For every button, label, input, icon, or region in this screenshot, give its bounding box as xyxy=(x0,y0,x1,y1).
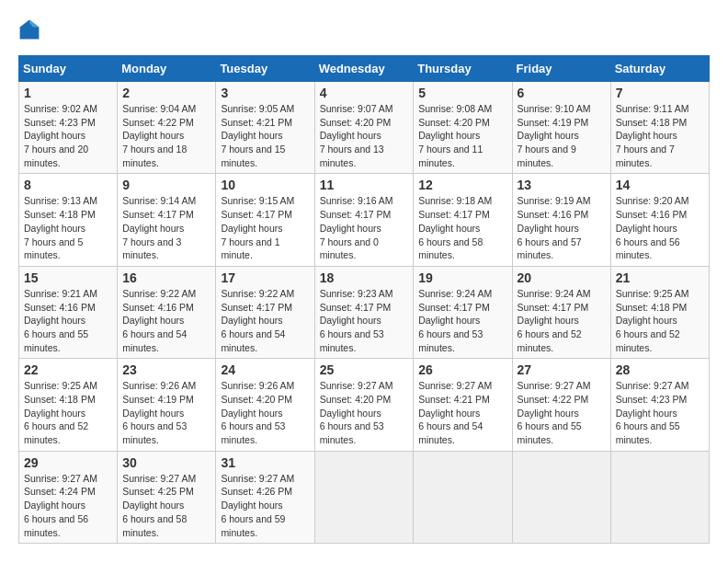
calendar-cell: 24 Sunrise: 9:26 AMSunset: 4:20 PMDaylig… xyxy=(216,359,314,451)
calendar-cell: 1 Sunrise: 9:02 AMSunset: 4:23 PMDayligh… xyxy=(19,82,118,174)
cell-date: 21 xyxy=(616,270,704,285)
cell-date: 25 xyxy=(320,362,409,377)
cell-date: 20 xyxy=(518,270,606,285)
calendar-cell: 29 Sunrise: 9:27 AMSunset: 4:24 PMDaylig… xyxy=(19,451,118,543)
calendar-cell: 16 Sunrise: 9:22 AMSunset: 4:16 PMDaylig… xyxy=(118,266,216,358)
cell-date: 24 xyxy=(221,362,309,377)
cell-date: 19 xyxy=(418,270,506,285)
cell-date: 3 xyxy=(221,86,309,100)
calendar-cell: 18 Sunrise: 9:23 AMSunset: 4:17 PMDaylig… xyxy=(314,266,414,358)
calendar-cell: 19 Sunrise: 9:24 AMSunset: 4:17 PMDaylig… xyxy=(414,266,512,358)
calendar-cell: 5 Sunrise: 9:08 AMSunset: 4:20 PMDayligh… xyxy=(414,82,512,174)
cell-date: 31 xyxy=(221,455,309,470)
cell-info: Sunrise: 9:27 AMSunset: 4:22 PMDaylight … xyxy=(518,380,591,445)
cell-date: 8 xyxy=(24,178,112,192)
cell-date: 18 xyxy=(320,270,409,285)
cell-info: Sunrise: 9:23 AMSunset: 4:17 PMDaylight … xyxy=(320,288,393,353)
calendar-cell: 14 Sunrise: 9:20 AMSunset: 4:16 PMDaylig… xyxy=(610,174,709,266)
cell-info: Sunrise: 9:25 AMSunset: 4:18 PMDaylight … xyxy=(616,288,689,353)
cell-info: Sunrise: 9:27 AMSunset: 4:25 PMDaylight … xyxy=(122,473,196,538)
cell-info: Sunrise: 9:04 AMSunset: 4:22 PMDaylight … xyxy=(122,103,196,168)
week-row-2: 8 Sunrise: 9:13 AMSunset: 4:18 PMDayligh… xyxy=(19,174,710,266)
calendar-cell: 21 Sunrise: 9:25 AMSunset: 4:18 PMDaylig… xyxy=(610,266,709,358)
cell-info: Sunrise: 9:27 AMSunset: 4:20 PMDaylight … xyxy=(320,380,393,445)
calendar-cell xyxy=(512,451,610,543)
calendar-cell: 6 Sunrise: 9:10 AMSunset: 4:19 PMDayligh… xyxy=(512,82,610,174)
day-header-tuesday: Tuesday xyxy=(216,56,314,82)
logo xyxy=(18,18,48,40)
cell-info: Sunrise: 9:24 AMSunset: 4:17 PMDaylight … xyxy=(518,288,591,353)
calendar-cell xyxy=(610,451,709,543)
calendar-cell: 27 Sunrise: 9:27 AMSunset: 4:22 PMDaylig… xyxy=(512,359,610,451)
cell-date: 23 xyxy=(122,362,210,377)
calendar-cell xyxy=(414,451,512,543)
calendar-cell: 20 Sunrise: 9:24 AMSunset: 4:17 PMDaylig… xyxy=(512,266,610,358)
week-row-5: 29 Sunrise: 9:27 AMSunset: 4:24 PMDaylig… xyxy=(19,451,710,543)
cell-info: Sunrise: 9:26 AMSunset: 4:20 PMDaylight … xyxy=(221,380,294,445)
calendar-cell: 9 Sunrise: 9:14 AMSunset: 4:17 PMDayligh… xyxy=(118,174,216,266)
cell-date: 12 xyxy=(418,178,506,192)
cell-date: 15 xyxy=(24,270,112,285)
calendar-cell: 8 Sunrise: 9:13 AMSunset: 4:18 PMDayligh… xyxy=(19,174,118,266)
week-row-4: 22 Sunrise: 9:25 AMSunset: 4:18 PMDaylig… xyxy=(19,359,710,451)
cell-info: Sunrise: 9:15 AMSunset: 4:17 PMDaylight … xyxy=(221,195,294,260)
week-row-3: 15 Sunrise: 9:21 AMSunset: 4:16 PMDaylig… xyxy=(19,266,710,358)
calendar-cell: 30 Sunrise: 9:27 AMSunset: 4:25 PMDaylig… xyxy=(118,451,216,543)
cell-info: Sunrise: 9:27 AMSunset: 4:21 PMDaylight … xyxy=(418,380,492,445)
day-header-saturday: Saturday xyxy=(610,56,709,82)
cell-date: 4 xyxy=(320,86,409,100)
day-header-wednesday: Wednesday xyxy=(314,56,414,82)
cell-info: Sunrise: 9:16 AMSunset: 4:17 PMDaylight … xyxy=(320,195,393,260)
cell-info: Sunrise: 9:19 AMSunset: 4:16 PMDaylight … xyxy=(518,195,591,260)
cell-date: 14 xyxy=(616,178,704,192)
cell-info: Sunrise: 9:27 AMSunset: 4:23 PMDaylight … xyxy=(616,380,689,445)
calendar-cell xyxy=(314,451,414,543)
calendar-cell: 22 Sunrise: 9:25 AMSunset: 4:18 PMDaylig… xyxy=(19,359,118,451)
day-header-friday: Friday xyxy=(512,56,610,82)
cell-info: Sunrise: 9:08 AMSunset: 4:20 PMDaylight … xyxy=(418,103,492,168)
calendar-cell: 11 Sunrise: 9:16 AMSunset: 4:17 PMDaylig… xyxy=(314,174,414,266)
cell-info: Sunrise: 9:07 AMSunset: 4:20 PMDaylight … xyxy=(320,103,393,168)
cell-info: Sunrise: 9:22 AMSunset: 4:17 PMDaylight … xyxy=(221,288,294,353)
cell-info: Sunrise: 9:05 AMSunset: 4:21 PMDaylight … xyxy=(221,103,294,168)
cell-date: 16 xyxy=(122,270,210,285)
day-header-monday: Monday xyxy=(118,56,216,82)
cell-date: 9 xyxy=(122,178,210,192)
cell-date: 11 xyxy=(320,178,409,192)
cell-date: 28 xyxy=(616,362,704,377)
cell-date: 26 xyxy=(418,362,506,377)
cell-date: 5 xyxy=(418,86,506,100)
calendar-cell: 4 Sunrise: 9:07 AMSunset: 4:20 PMDayligh… xyxy=(314,82,414,174)
cell-date: 7 xyxy=(616,86,704,100)
cell-info: Sunrise: 9:02 AMSunset: 4:23 PMDaylight … xyxy=(24,103,97,168)
calendar-table: SundayMondayTuesdayWednesdayThursdayFrid… xyxy=(18,55,710,544)
logo-icon xyxy=(18,18,40,40)
calendar-cell: 17 Sunrise: 9:22 AMSunset: 4:17 PMDaylig… xyxy=(216,266,314,358)
cell-date: 2 xyxy=(122,86,210,100)
cell-info: Sunrise: 9:26 AMSunset: 4:19 PMDaylight … xyxy=(122,380,196,445)
calendar-cell: 28 Sunrise: 9:27 AMSunset: 4:23 PMDaylig… xyxy=(610,359,709,451)
calendar-cell: 25 Sunrise: 9:27 AMSunset: 4:20 PMDaylig… xyxy=(314,359,414,451)
cell-date: 30 xyxy=(122,455,210,470)
cell-date: 27 xyxy=(518,362,606,377)
cell-date: 29 xyxy=(24,455,112,470)
calendar-cell: 26 Sunrise: 9:27 AMSunset: 4:21 PMDaylig… xyxy=(414,359,512,451)
cell-info: Sunrise: 9:25 AMSunset: 4:18 PMDaylight … xyxy=(24,380,97,445)
calendar-cell: 31 Sunrise: 9:27 AMSunset: 4:26 PMDaylig… xyxy=(216,451,314,543)
calendar-cell: 12 Sunrise: 9:18 AMSunset: 4:17 PMDaylig… xyxy=(414,174,512,266)
cell-info: Sunrise: 9:22 AMSunset: 4:16 PMDaylight … xyxy=(122,288,196,353)
calendar-cell: 2 Sunrise: 9:04 AMSunset: 4:22 PMDayligh… xyxy=(118,82,216,174)
page-header xyxy=(18,18,710,40)
cell-info: Sunrise: 9:14 AMSunset: 4:17 PMDaylight … xyxy=(122,195,196,260)
cell-date: 6 xyxy=(518,86,606,100)
day-header-thursday: Thursday xyxy=(414,56,512,82)
cell-info: Sunrise: 9:20 AMSunset: 4:16 PMDaylight … xyxy=(616,195,689,260)
calendar-cell: 3 Sunrise: 9:05 AMSunset: 4:21 PMDayligh… xyxy=(216,82,314,174)
cell-date: 13 xyxy=(518,178,606,192)
cell-info: Sunrise: 9:11 AMSunset: 4:18 PMDaylight … xyxy=(616,103,689,168)
calendar-cell: 13 Sunrise: 9:19 AMSunset: 4:16 PMDaylig… xyxy=(512,174,610,266)
cell-date: 1 xyxy=(24,86,112,100)
cell-date: 17 xyxy=(221,270,309,285)
cell-date: 10 xyxy=(221,178,309,192)
calendar-cell: 15 Sunrise: 9:21 AMSunset: 4:16 PMDaylig… xyxy=(19,266,118,358)
